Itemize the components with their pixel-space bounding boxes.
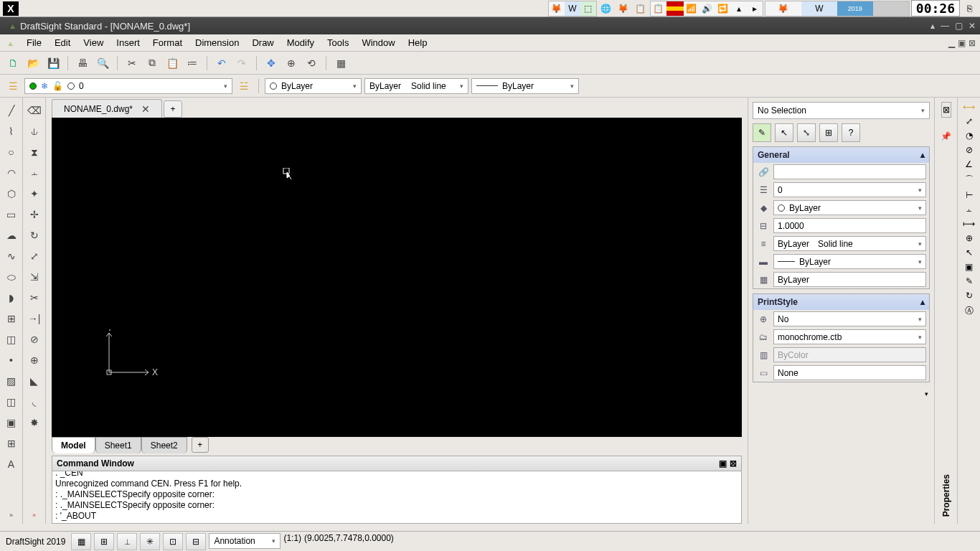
- toggle-pwd-button[interactable]: ⊞: [819, 123, 838, 142]
- redo-button[interactable]: ↷: [233, 55, 250, 72]
- dim-diameter-button[interactable]: ⊘: [966, 145, 973, 155]
- panel-scroll-down-icon[interactable]: ▾: [925, 390, 928, 397]
- cmd-dock-button[interactable]: ▣: [719, 458, 727, 468]
- menu-view[interactable]: View: [77, 35, 110, 50]
- trim-button[interactable]: ✂: [26, 289, 43, 306]
- menu-insert[interactable]: Insert: [110, 35, 146, 50]
- dim-baseline-button[interactable]: ⫠: [965, 204, 974, 215]
- properties-tab-label[interactable]: Properties: [941, 474, 951, 517]
- ellipse-tool-button[interactable]: ⬭: [3, 268, 20, 286]
- window-menu-icon[interactable]: X: [3, 1, 19, 16]
- tray-flag-es-icon[interactable]: [666, 1, 684, 16]
- sheet-tab-sheet1[interactable]: Sheet1: [95, 437, 141, 453]
- color-field[interactable]: ByLayer: [773, 200, 926, 215]
- line-tool-button[interactable]: ╱: [3, 102, 20, 119]
- minimize-button[interactable]: —: [941, 21, 949, 31]
- menu-dimension[interactable]: Dimension: [189, 35, 245, 50]
- revision-cloud-button[interactable]: ☁: [3, 227, 20, 244]
- ps-no-field[interactable]: No: [773, 311, 926, 326]
- new-file-button[interactable]: 🗋: [4, 55, 22, 72]
- dim-tolerance-button[interactable]: ▣: [965, 262, 973, 272]
- mirror-button[interactable]: ⧗: [26, 143, 43, 161]
- dim-edit-button[interactable]: ✎: [966, 276, 973, 286]
- offset-button[interactable]: ⫠: [26, 164, 43, 182]
- task-firefox-icon[interactable]: 🦊: [765, 1, 801, 16]
- arc-tool-button[interactable]: ◠: [3, 164, 20, 182]
- dim-aligned-button[interactable]: ⤢: [966, 116, 973, 126]
- gradient-tool-button[interactable]: ◫: [3, 393, 20, 410]
- ps-file-field[interactable]: monochrome.ctb: [773, 329, 926, 344]
- fillet-button[interactable]: ◟: [26, 393, 43, 410]
- tray-volume-icon[interactable]: 🔊: [699, 1, 715, 16]
- tray-app1-icon[interactable]: W: [565, 1, 580, 16]
- menu-window[interactable]: Window: [355, 35, 401, 50]
- selection-dropdown[interactable]: No Selection ▾: [753, 102, 930, 119]
- linetype-dropdown[interactable]: ByLayer Solid line ▾: [364, 78, 468, 94]
- hatch-tool-button[interactable]: ▨: [3, 372, 20, 390]
- ps-none-field[interactable]: None: [773, 365, 926, 380]
- more-draw-button[interactable]: »: [3, 507, 20, 524]
- maximize-button[interactable]: ▢: [955, 21, 963, 31]
- collapse-icon[interactable]: ▴: [920, 150, 925, 160]
- menu-modify[interactable]: Modify: [281, 35, 321, 50]
- rectangle-tool-button[interactable]: ▭: [3, 206, 20, 223]
- save-file-button[interactable]: 💾: [44, 55, 62, 72]
- join-button[interactable]: ⊕: [26, 352, 43, 369]
- tray-arrow-icon[interactable]: ▸: [747, 1, 763, 16]
- pattern-button[interactable]: ✦: [26, 185, 43, 202]
- dim-radius-button[interactable]: ◔: [966, 131, 973, 141]
- dim-continue-button[interactable]: ⟼: [963, 219, 975, 229]
- task-ds-icon[interactable]: 2019: [837, 1, 873, 16]
- transparency-field[interactable]: ByLayer: [773, 272, 926, 287]
- tray-clipboard-icon[interactable]: 📋: [651, 1, 666, 16]
- annotation-dropdown[interactable]: Annotation ▾: [209, 533, 281, 549]
- sheet-tab-sheet2[interactable]: Sheet2: [141, 437, 187, 453]
- dim-update-button[interactable]: ↻: [966, 291, 973, 301]
- circle-tool-button[interactable]: ○: [3, 143, 20, 161]
- mdi-close-button[interactable]: ⊠: [969, 38, 976, 48]
- panel-close-button[interactable]: ⊠: [941, 102, 951, 118]
- grid-toggle-button[interactable]: ⊞: [94, 533, 114, 550]
- move-button[interactable]: ✢: [26, 206, 43, 223]
- sheet-tab-model[interactable]: Model: [52, 437, 95, 453]
- point-tool-button[interactable]: •: [3, 352, 20, 369]
- command-output[interactable]: . _CEN Unrecognized command CEN. Press F…: [52, 471, 741, 523]
- task-w-icon[interactable]: W: [801, 1, 837, 16]
- lineweight-dropdown[interactable]: ByLayer ▾: [471, 78, 579, 94]
- zoom-window-button[interactable]: ⊕: [283, 55, 300, 72]
- lineweight-field[interactable]: ByLayer: [773, 254, 926, 269]
- rotate-button[interactable]: ↻: [26, 227, 43, 244]
- paste-button[interactable]: 📋: [164, 55, 181, 72]
- cut-button[interactable]: ✂: [123, 55, 141, 72]
- drawing-canvas[interactable]: X Y: [52, 118, 742, 437]
- tray-firefox-icon[interactable]: 🦊: [549, 1, 565, 16]
- chamfer-button[interactable]: ◣: [26, 372, 43, 390]
- select-entities-button[interactable]: ↖: [775, 123, 793, 142]
- layer-previous-button[interactable]: ☱: [235, 77, 253, 95]
- make-block-button[interactable]: ◫: [3, 331, 20, 348]
- dim-style-button[interactable]: Ⓐ: [965, 305, 974, 317]
- quick-select-button[interactable]: ✎: [753, 123, 771, 142]
- match-prop-button[interactable]: ≔: [184, 55, 201, 72]
- print-button[interactable]: 🖶: [74, 55, 91, 72]
- undo-button[interactable]: ↶: [213, 55, 230, 72]
- menu-tools[interactable]: Tools: [321, 35, 355, 50]
- linetype-field[interactable]: ByLayerSolid line: [773, 236, 926, 251]
- tray-network-icon[interactable]: 🔁: [715, 1, 731, 16]
- new-doc-tab-button[interactable]: +: [164, 100, 182, 118]
- insert-block-button[interactable]: ⊞: [3, 310, 20, 327]
- table-tool-button[interactable]: ⊞: [3, 435, 20, 452]
- ortho-toggle-button[interactable]: ⟂: [117, 533, 137, 550]
- pin-icon[interactable]: 📌: [941, 122, 951, 151]
- hyperlink-field[interactable]: [773, 164, 926, 179]
- task-blank-icon[interactable]: [873, 1, 909, 16]
- menu-help[interactable]: Help: [402, 35, 434, 50]
- snap-toggle-button[interactable]: ▦: [71, 533, 91, 550]
- dim-linear-button[interactable]: ⟷: [963, 102, 975, 112]
- zoom-prev-button[interactable]: ⟲: [303, 55, 320, 72]
- layer-field[interactable]: 0: [773, 182, 926, 197]
- explode-button[interactable]: ✸: [26, 414, 43, 431]
- polygon-tool-button[interactable]: ⬡: [3, 185, 20, 202]
- polar-toggle-button[interactable]: ✳: [140, 533, 160, 550]
- menu-file[interactable]: File: [20, 35, 48, 50]
